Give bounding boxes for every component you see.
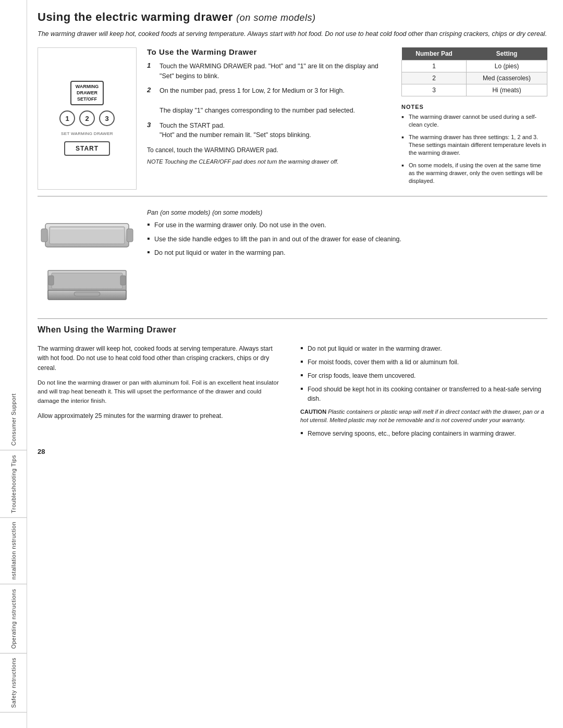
pan-title: Pan (on some models) (on some models)	[147, 208, 547, 216]
pan-item-text-2: Use the side handle edges to lift the pa…	[154, 235, 401, 244]
step-3: 3 Touch the START pad."Hot" and the numb…	[147, 121, 391, 141]
svg-rect-8	[52, 273, 123, 289]
set-warming-label: SET WARMING DRAWER	[61, 131, 113, 136]
table-row: 1 Lo (pies)	[402, 60, 547, 72]
pan-section: Pan (on some models) (on some models) ▪ …	[38, 203, 547, 312]
pan-illustration-1	[40, 208, 134, 255]
page-title: Using the electric warming drawer (on so…	[38, 10, 547, 24]
note-bullet-3: ▪	[401, 162, 406, 186]
when-item-2: ▪ For moist foods, cover them with a lid…	[300, 357, 547, 367]
when-item-text-2: For moist foods, cover them with a lid o…	[308, 357, 459, 367]
when-item-text-3: For crisp foods, leave them uncovered.	[308, 371, 415, 380]
when-right-column: ▪ Do not put liquid or water in the warm…	[300, 344, 547, 442]
when-bullet-4: ▪	[300, 385, 304, 403]
pan-item-text-3: Do not put liquid or water in the warmin…	[154, 248, 286, 258]
when-bullet-2: ▪	[300, 357, 304, 367]
pan-bullet-3: ▪	[147, 248, 151, 258]
top-section: WARMING DRAWER SET/OFF 1 2 3 SET WARMING…	[38, 47, 547, 190]
col-header-number-pad: Number Pad	[402, 47, 467, 60]
when-bullet-last: ▪	[300, 429, 304, 438]
when-section-title: When Using the Warming Drawer	[38, 325, 547, 335]
table-cell-setting-3: Hi (meats)	[467, 84, 547, 96]
svg-rect-9	[48, 276, 54, 285]
svg-rect-10	[120, 276, 126, 285]
pan-title-main: Pan	[147, 209, 158, 216]
step-text-3: Touch the START pad."Hot" and the number…	[160, 121, 311, 141]
col-header-setting: Setting	[467, 47, 547, 60]
step-num-2: 2	[147, 86, 155, 94]
when-para-3: Allow approximately 25 minutes for the w…	[38, 411, 285, 421]
when-bullet-3: ▪	[300, 371, 304, 380]
start-button[interactable]: START	[64, 141, 110, 156]
pan-item-3: ▪ Do not put liquid or water in the warm…	[147, 248, 547, 258]
sidebar-label-installation: nstallation nstruction	[0, 517, 27, 584]
num-btn-3[interactable]: 3	[99, 110, 115, 126]
pan-content: Pan (on some models) (on some models) ▪ …	[147, 208, 547, 307]
right-column: Number Pad Setting 1 Lo (pies) 2 Med (ca…	[401, 47, 547, 190]
table-row: 3 Hi (meats)	[402, 84, 547, 96]
when-item-text-4: Food should be kept hot in its cooking c…	[308, 385, 547, 403]
when-item-1: ▪ Do not put liquid or water in the warm…	[300, 344, 547, 353]
table-cell-setting-1: Lo (pies)	[467, 60, 547, 72]
notes-section: NOTES ▪ The warming drawer cannot be use…	[401, 104, 547, 186]
pan-title-sub: (on some models)	[160, 209, 210, 216]
how-to-use-title: To Use the Warming Drawer	[147, 47, 391, 56]
table-cell-pad-2: 2	[402, 72, 467, 84]
table-cell-pad-1: 1	[402, 60, 467, 72]
pan-bullet-2: ▪	[147, 235, 151, 244]
caution-body: Plastic containers or plastic wrap will …	[300, 409, 544, 424]
divider-2	[38, 318, 547, 319]
table-row: 2 Med (casseroles)	[402, 72, 547, 84]
sidebar-label-troubleshooting: Troubleshooting Tips	[0, 451, 27, 518]
number-buttons: 1 2 3	[59, 110, 115, 126]
sidebar-label-safety: Safety nstructions	[0, 653, 27, 712]
caution-label: CAUTION	[300, 409, 328, 415]
sidebar-label-operating: Operating nstructions	[0, 585, 27, 653]
note-text-2: The warming drawer has three settings: 1…	[409, 133, 547, 157]
pan-item-text-1: For use in the warming drawer only. Do n…	[154, 220, 326, 230]
warming-drawer-label: WARMING DRAWER SET/OFF	[70, 81, 104, 105]
when-section: The warming drawer will keep hot, cooked…	[38, 340, 547, 442]
step-1: 1 Touch the WARMING DRAWER pad. "Hot" an…	[147, 61, 391, 81]
svg-rect-2	[127, 229, 133, 242]
svg-rect-7	[74, 292, 100, 296]
main-content: Using the electric warming drawer (on so…	[27, 0, 563, 728]
when-bullet-1: ▪	[300, 344, 304, 353]
pan-item-1: ▪ For use in the warming drawer only. Do…	[147, 220, 547, 230]
note-bullet-1: ▪	[401, 113, 406, 129]
notes-title: NOTES	[401, 104, 547, 110]
page-number: 28	[38, 448, 547, 455]
note-item-3: ▪ On some models, if using the oven at t…	[401, 162, 547, 186]
pan-images	[38, 208, 137, 307]
pan-illustration-2	[40, 260, 134, 307]
number-pad-table: Number Pad Setting 1 Lo (pies) 2 Med (ca…	[401, 47, 547, 96]
num-btn-1[interactable]: 1	[59, 110, 75, 126]
when-item-text-1: Do not put liquid or water in the warmin…	[308, 344, 442, 353]
note-text-1: The warming drawer cannot be used during…	[409, 113, 547, 129]
note-text: NOTE Touching the CLEAR/OFF pad does not…	[147, 158, 391, 166]
note-item-1: ▪ The warming drawer cannot be used duri…	[401, 113, 547, 129]
sidebar-label-consumer: Consumer Support	[0, 389, 27, 450]
svg-rect-3	[50, 227, 125, 244]
num-btn-2[interactable]: 2	[79, 110, 95, 126]
sidebar: Consumer Support Troubleshooting Tips ns…	[0, 0, 27, 728]
step-text-1: Touch the WARMING DRAWER pad. "Hot" and …	[160, 61, 391, 81]
title-main: Using the electric warming drawer	[38, 10, 233, 23]
when-item-text-last: Remove serving spoons, etc., before plac…	[308, 429, 516, 438]
when-item-last: ▪ Remove serving spoons, etc., before pl…	[300, 429, 547, 438]
table-cell-setting-2: Med (casseroles)	[467, 72, 547, 84]
title-sub: (on some models)	[236, 13, 315, 23]
when-item-4: ▪ Food should be kept hot in its cooking…	[300, 385, 547, 403]
note-bullet-2: ▪	[401, 133, 406, 157]
when-para-1: The warming drawer will keep hot, cooked…	[38, 344, 285, 373]
divider-1	[38, 196, 547, 196]
step-num-1: 1	[147, 61, 155, 69]
intro-paragraph: The warming drawer will keep hot, cooked…	[38, 29, 547, 39]
when-para-2: Do not line the warming drawer or pan wi…	[38, 378, 285, 406]
diagram-box: WARMING DRAWER SET/OFF 1 2 3 SET WARMING…	[38, 47, 137, 190]
pan-item-2: ▪ Use the side handle edges to lift the …	[147, 235, 547, 244]
step-text-2: On the number pad, press 1 for Low, 2 fo…	[160, 86, 355, 115]
table-cell-pad-3: 3	[402, 84, 467, 96]
when-item-3: ▪ For crisp foods, leave them uncovered.	[300, 371, 547, 380]
note-text-3: On some models, if using the oven at the…	[409, 162, 547, 186]
